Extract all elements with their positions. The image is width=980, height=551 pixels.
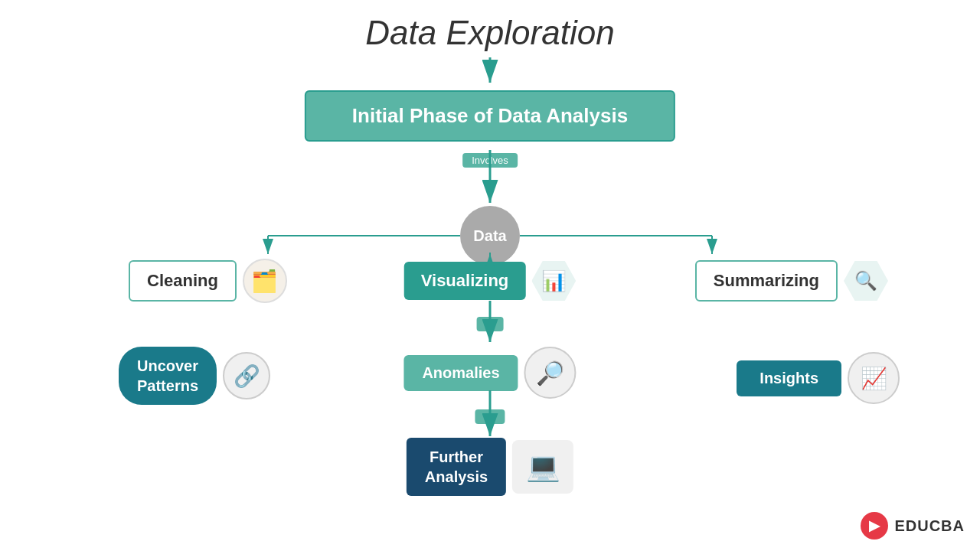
further-group: FurtherAnalysis 💻: [407, 438, 573, 496]
initial-phase-box: Initial Phase of Data Analysis: [305, 90, 675, 142]
anomalies-group: Anomalies 🔎: [403, 347, 576, 399]
educba-icon: ▶: [861, 512, 888, 540]
visualizing-box: Visualizing: [404, 262, 526, 300]
summarizing-group: Summarizing 🔍: [695, 259, 888, 303]
summarizing-box: Summarizing: [695, 260, 838, 302]
anomalies-box: Anomalies: [403, 355, 518, 391]
uncover-group: UncoverPatterns 🔗: [119, 347, 270, 405]
summarizing-icon: 🔍: [844, 259, 888, 303]
page-title: Data Exploration: [0, 14, 980, 52]
uncover-box: UncoverPatterns: [119, 347, 217, 405]
uncover-icon: 🔗: [223, 352, 270, 399]
anomalies-icon: 🔎: [524, 347, 577, 399]
cleaning-group: Cleaning 🗂️: [129, 259, 287, 303]
cleaning-box: Cleaning: [129, 260, 237, 302]
further-icon: 💻: [512, 440, 573, 494]
to-label: to: [477, 317, 504, 331]
visualizing-icon: 📊: [531, 259, 576, 303]
for-label: for: [475, 409, 505, 424]
further-box: FurtherAnalysis: [407, 438, 506, 496]
cleaning-icon: 🗂️: [243, 259, 287, 303]
educba-logo: ▶ EDUCBA: [861, 512, 965, 540]
insights-box: Insights: [737, 360, 841, 396]
diagram-container: Data Exploration Initial Phase of Data A…: [0, 0, 980, 551]
visualizing-group: Visualizing 📊: [404, 259, 577, 303]
insights-group: Insights 📈: [737, 352, 900, 404]
insights-icon: 📈: [848, 352, 900, 404]
involves-label: Involves: [462, 153, 518, 168]
data-circle: Data: [460, 206, 520, 266]
